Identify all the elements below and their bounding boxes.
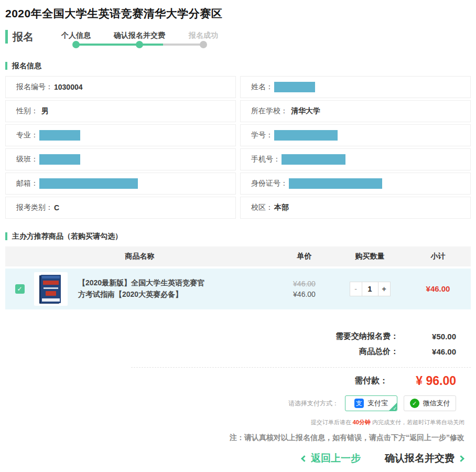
chevron-right-icon bbox=[458, 455, 464, 462]
action-buttons: 返回上一步 确认报名并交费 bbox=[5, 452, 471, 465]
product-price-cell: ¥46.00 ¥46.00 bbox=[274, 278, 334, 300]
goods-total-label: 商品总价： bbox=[359, 347, 398, 357]
wechat-pay-button[interactable]: 微信支付 bbox=[404, 395, 456, 411]
registration-fee-value: ¥50.00 bbox=[398, 332, 456, 341]
step-confirm-pay: 确认报名并交费 bbox=[114, 31, 165, 40]
registration-page: 2020年全国大学生英语竞赛清华大学分赛区 报名 个人信息 确认报名并交费 报名… bbox=[0, 0, 476, 472]
product-image-cell bbox=[34, 272, 78, 306]
header-quantity: 购买数量 bbox=[334, 252, 405, 261]
product-name: 【2020最新版】全国大学生英语竞赛官方考试指南【2020大英赛必备】 bbox=[78, 277, 209, 300]
book-thumbnail bbox=[34, 272, 68, 306]
products-table-header: 商品名称 单价 购买数量 小计 bbox=[5, 246, 471, 266]
phone-redaction-box bbox=[282, 154, 345, 165]
products-section-title: 主办方推荐商品（若购买请勾选） bbox=[5, 232, 471, 240]
step-dot-1 bbox=[72, 41, 80, 48]
total-due-value: ¥ 96.00 bbox=[388, 374, 456, 388]
header-unit-price: 单价 bbox=[274, 252, 334, 261]
goods-total-value: ¥46.00 bbox=[398, 347, 456, 356]
wechat-icon bbox=[410, 399, 419, 408]
product-row: 【2020最新版】全国大学生英语竞赛官方考试指南【2020大英赛必备】 ¥46.… bbox=[5, 269, 471, 309]
field-major: 专业： bbox=[5, 124, 236, 146]
info-section-title: 报名信息 bbox=[5, 62, 471, 70]
deadline-minutes: 40分钟 bbox=[353, 419, 371, 426]
field-student-id: 学号： bbox=[240, 124, 471, 146]
quantity-stepper: - 1 + bbox=[350, 282, 391, 296]
total-due-label: 需付款： bbox=[354, 376, 388, 387]
field-reg-number: 报名编号： 1030004 bbox=[5, 76, 236, 98]
chevron-left-icon bbox=[301, 455, 308, 462]
selected-check-icon: ✓ bbox=[393, 406, 397, 411]
registration-fee-row: 需要交纳报名费： ¥50.00 bbox=[5, 331, 471, 341]
product-subtotal-cell: ¥46.00 bbox=[405, 284, 471, 294]
original-price: ¥46.00 bbox=[293, 278, 316, 289]
field-school: 所在学校： 清华大学 bbox=[240, 100, 471, 122]
field-gender: 性别： 男 bbox=[5, 100, 236, 122]
class-redaction-box bbox=[39, 154, 80, 165]
product-checkbox[interactable] bbox=[15, 284, 25, 294]
current-price: ¥46.00 bbox=[293, 289, 316, 299]
dashed-divider bbox=[131, 367, 471, 368]
book-cover-icon bbox=[41, 275, 61, 303]
email-redaction-box bbox=[39, 178, 138, 189]
step-dot-2 bbox=[136, 41, 143, 48]
step-success: 报名成功 bbox=[189, 31, 218, 40]
total-due-row: 需付款： ¥ 96.00 bbox=[5, 374, 471, 388]
id-number-redaction-box bbox=[289, 178, 382, 189]
field-email: 邮箱： bbox=[5, 173, 236, 195]
info-grid: 报名编号： 1030004 姓名： 性别： 男 所在学校： 清华大学 专业： 学… bbox=[5, 76, 471, 219]
review-note: 注：请认真核对以上报名信息，如有错误，请点击下方“返回上一步”修改 bbox=[5, 433, 471, 443]
alipay-button[interactable]: 支 支付宝 ✓ bbox=[345, 395, 397, 411]
qty-minus-button[interactable]: - bbox=[350, 282, 362, 296]
subtotal-price: ¥46.00 bbox=[426, 284, 450, 293]
field-phone: 手机号： bbox=[240, 148, 471, 170]
name-redaction-box bbox=[274, 82, 315, 92]
tab-registration: 报名 bbox=[5, 30, 34, 44]
progress-track-pending bbox=[163, 44, 203, 46]
major-redaction-box bbox=[39, 130, 80, 141]
alipay-icon: 支 bbox=[354, 399, 364, 408]
header-subtotal: 小计 bbox=[405, 252, 471, 261]
qty-value[interactable]: 1 bbox=[362, 282, 378, 296]
confirm-pay-button[interactable]: 确认报名并交费 bbox=[385, 452, 463, 465]
products-section: 主办方推荐商品（若购买请勾选） 商品名称 单价 购买数量 小计 bbox=[5, 232, 471, 309]
field-category: 报考类别： C bbox=[5, 197, 236, 219]
header-product-name: 商品名称 bbox=[5, 252, 274, 261]
field-name: 姓名： bbox=[240, 76, 471, 98]
payment-deadline-note: 提交订单后请在 40分钟 内完成支付，若超时订单将自动关闭 bbox=[5, 419, 471, 426]
page-title: 2020年全国大学生英语竞赛清华大学分赛区 bbox=[5, 6, 471, 21]
field-class: 级班： bbox=[5, 148, 236, 170]
payment-summary: 需要交纳报名费： ¥50.00 商品总价： ¥46.00 需付款： ¥ 96.0… bbox=[5, 331, 471, 472]
progress-track-done bbox=[76, 44, 163, 46]
back-button[interactable]: 返回上一步 bbox=[302, 452, 361, 465]
payment-method-row: 请选择支付方式： 支 支付宝 ✓ 微信支付 bbox=[5, 395, 471, 411]
step-wizard: 报名 个人信息 确认报名并交费 报名成功 bbox=[5, 29, 471, 55]
field-campus: 校区： 本部 bbox=[240, 197, 471, 219]
step-personal-info: 个人信息 bbox=[61, 31, 91, 40]
field-id-number: 身份证号： bbox=[240, 173, 471, 195]
registration-fee-label: 需要交纳报名费： bbox=[336, 331, 398, 341]
wechat-pay-label: 微信支付 bbox=[423, 399, 450, 408]
product-qty-cell: - 1 + bbox=[334, 282, 405, 296]
step-dot-3 bbox=[200, 41, 207, 48]
product-check-cell bbox=[5, 284, 34, 294]
payment-method-label: 请选择支付方式： bbox=[288, 399, 339, 408]
alipay-label: 支付宝 bbox=[367, 399, 388, 408]
product-name-cell: 【2020最新版】全国大学生英语竞赛官方考试指南【2020大英赛必备】 bbox=[78, 277, 274, 300]
goods-total-row: 商品总价： ¥46.00 bbox=[5, 347, 471, 357]
qty-plus-button[interactable]: + bbox=[378, 282, 390, 296]
student-id-redaction-box bbox=[274, 130, 338, 141]
